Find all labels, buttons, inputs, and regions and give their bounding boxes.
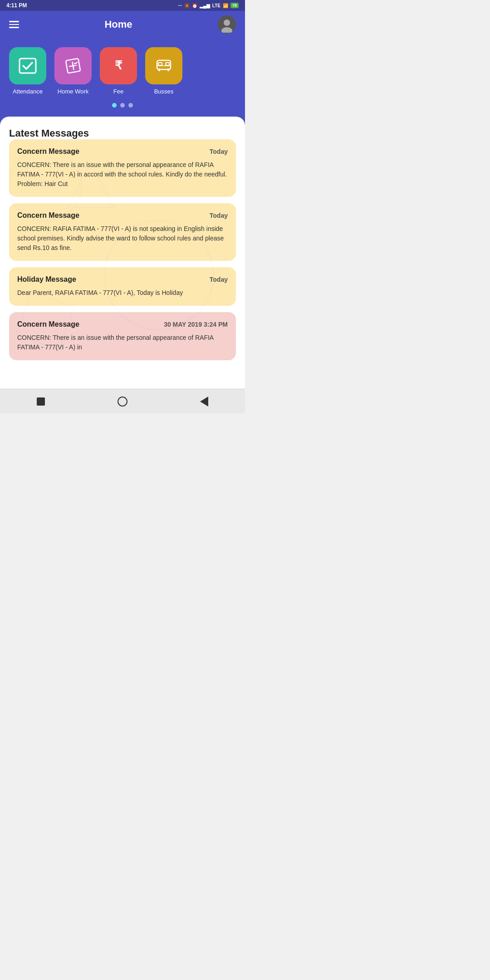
top-section: Attendance Home Work ₹ Fee [0, 38, 245, 126]
battery-indicator: 78 [230, 3, 239, 8]
message-body-3: Dear Parent, RAFIA FATIMA - 777(VI - A),… [17, 288, 228, 298]
app-header: Home [0, 11, 245, 38]
bottom-nav [0, 389, 245, 413]
message-date-3: Today [210, 276, 228, 283]
app-item-busses[interactable]: Busses [145, 47, 182, 95]
square-icon [37, 397, 45, 406]
triangle-icon [200, 397, 208, 407]
hamburger-line-3 [9, 27, 19, 28]
svg-line-6 [73, 62, 74, 69]
message-type-2: Concern Message [17, 211, 79, 220]
app-item-fee[interactable]: ₹ Fee [100, 47, 137, 95]
message-body-1: CONCERN: There is an issue with the pers… [17, 160, 228, 189]
nav-home-button[interactable] [113, 395, 132, 408]
message-header-1: Concern Message Today [17, 147, 228, 156]
message-date-2: Today [210, 212, 228, 219]
message-body-4: CONCERN: There is an issue with the pers… [17, 333, 228, 352]
dot-2[interactable] [120, 103, 125, 108]
svg-rect-10 [158, 69, 160, 71]
message-card-4[interactable]: Concern Message 30 MAY 2019 3:24 PM CONC… [9, 312, 236, 360]
fee-label: Fee [113, 88, 123, 95]
wifi-icon: 📶 [223, 3, 228, 8]
message-header-2: Concern Message Today [17, 211, 228, 220]
status-time: 4:11 PM [6, 2, 27, 9]
message-body-2: CONCERN: RAFIA FATIMA - 777(VI - A) is n… [17, 224, 228, 253]
page-title: Home [104, 19, 132, 30]
svg-rect-3 [20, 59, 36, 73]
message-card-1[interactable]: Concern Message Today CONCERN: There is … [9, 139, 236, 197]
message-card-2[interactable]: Concern Message Today CONCERN: RAFIA FAT… [9, 203, 236, 261]
messages-title: Latest Messages [9, 127, 89, 139]
alarm-icon: ⏰ [192, 3, 197, 8]
nav-square-button[interactable] [32, 395, 50, 408]
message-header-4: Concern Message 30 MAY 2019 3:24 PM [17, 320, 228, 328]
lte-icon: LTE [212, 3, 220, 8]
message-type-3: Holiday Message [17, 275, 76, 284]
mute-icon: 🔕 [184, 3, 190, 8]
app-item-homework[interactable]: Home Work [54, 47, 92, 95]
fee-icon: ₹ [100, 47, 137, 84]
hamburger-menu[interactable] [9, 21, 19, 28]
signal-bars: ▂▄▆ [200, 3, 210, 8]
attendance-icon [9, 47, 46, 84]
hamburger-line-1 [9, 21, 19, 22]
message-date-1: Today [210, 148, 228, 155]
svg-point-1 [224, 20, 230, 26]
hamburger-line-2 [9, 24, 19, 25]
busses-icon [145, 47, 182, 84]
busses-label: Busses [154, 88, 174, 95]
message-header-3: Holiday Message Today [17, 275, 228, 284]
dot-1[interactable] [112, 103, 117, 108]
svg-text:₹: ₹ [115, 59, 122, 72]
svg-rect-11 [167, 69, 169, 71]
app-grid: Attendance Home Work ₹ Fee [9, 47, 236, 95]
messages-section: Latest Messages Concern Message Today CO… [0, 117, 245, 389]
attendance-label: Attendance [13, 88, 43, 95]
homework-label: Home Work [58, 88, 88, 95]
svg-rect-13 [166, 63, 169, 65]
message-type-1: Concern Message [17, 147, 79, 156]
homework-icon [54, 47, 92, 84]
circle-icon [118, 397, 127, 407]
status-bar: 4:11 PM ··· 🔕 ⏰ ▂▄▆ LTE 📶 78 [0, 0, 245, 11]
svg-rect-12 [158, 63, 162, 65]
signal-dots: ··· [178, 3, 181, 8]
message-card-3[interactable]: Holiday Message Today Dear Parent, RAFIA… [9, 267, 236, 306]
status-icons: ··· 🔕 ⏰ ▂▄▆ LTE 📶 78 [178, 3, 239, 8]
user-avatar[interactable] [218, 15, 236, 34]
pagination-dots [9, 103, 236, 108]
dot-3[interactable] [128, 103, 133, 108]
app-item-attendance[interactable]: Attendance [9, 47, 46, 95]
nav-back-button[interactable] [195, 395, 213, 408]
message-type-4: Concern Message [17, 320, 79, 328]
message-date-4: 30 MAY 2019 3:24 PM [164, 321, 228, 328]
